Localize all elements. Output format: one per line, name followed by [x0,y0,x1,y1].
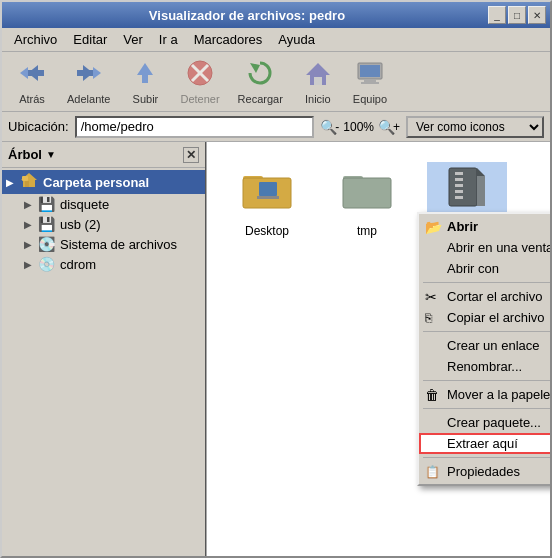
svg-rect-37 [455,190,463,193]
location-label: Ubicación: [8,119,69,134]
up-label: Subir [133,93,159,105]
ctx-crear-enlace[interactable]: Crear un enlace [419,335,550,356]
minimize-button[interactable]: _ [488,6,506,24]
home-icon [304,59,332,91]
sidebar-item-label-usb: usb (2) [60,217,100,232]
ctx-abrir[interactable]: 📂 Abrir [419,216,550,237]
svg-rect-22 [22,176,28,181]
svg-rect-34 [455,172,463,175]
up-button[interactable]: Subir [121,56,169,108]
window-controls: _ □ ✕ [488,6,546,24]
file-label-desktop: Desktop [245,224,289,238]
back-button[interactable]: Atrás [8,56,56,108]
svg-rect-33 [477,176,485,206]
forward-icon [73,59,105,91]
ctx-crear-paquete[interactable]: Crear paquete... [419,412,550,433]
tree-arrow-icon: ▼ [46,149,56,160]
folder-icon-tmp [341,166,393,220]
computer-icon [354,59,386,91]
svg-rect-36 [455,184,463,187]
computer-button[interactable]: Equipo [346,56,394,108]
cdrom-icon: 💿 [38,256,55,272]
sidebar-item-usb[interactable]: ▶ 💾 usb (2) [2,214,205,234]
separator-4 [423,408,550,409]
copiar-icon: ⎘ [425,311,432,325]
ctx-abrir-con[interactable]: Abrir con ▶ [419,258,550,279]
ctx-abrir-ventana[interactable]: Abrir en una ventana nueva [419,237,550,258]
zoom-controls: 🔍 - 100% 🔍 + [320,119,400,135]
separator-3 [423,380,550,381]
abrir-icon: 📂 [425,219,442,235]
close-button[interactable]: ✕ [528,6,546,24]
tree-expand-icon: ▶ [6,177,18,188]
svg-rect-19 [361,82,379,84]
svg-marker-7 [93,67,101,79]
menu-marcadores[interactable]: Marcadores [186,30,271,49]
ctx-copiar[interactable]: ⎘ Copiar el archivo [419,307,550,328]
stop-button[interactable]: Detener [173,56,226,108]
sidebar-item-disquete[interactable]: ▶ 💾 disquete [2,194,205,214]
main-window: Visualizador de archivos: pedro _ □ ✕ Ar… [0,0,552,558]
svg-rect-18 [364,79,376,82]
forward-label: Adelante [67,93,110,105]
tree-expand-icon: ▶ [24,239,36,250]
stop-icon [186,59,214,91]
separator-5 [423,457,550,458]
tree-label: Árbol [8,147,42,162]
location-input[interactable] [75,116,315,138]
ctx-renombrar[interactable]: Renombrar... [419,356,550,377]
view-mode-select[interactable]: Ver como iconosVer como listaVer como co… [406,116,544,138]
locationbar: Ubicación: 🔍 - 100% 🔍 + Ver como iconosV… [2,112,550,142]
papelera-icon: 🗑 [425,387,439,403]
main-content: Árbol ▼ ✕ ▶ Carpeta personal [2,142,550,556]
zoom-plus-icon: + [393,120,400,134]
zoom-minus-icon: - [335,120,339,134]
cortar-icon: ✂ [425,289,437,305]
separator-1 [423,282,550,283]
svg-marker-32 [477,168,485,176]
context-menu: 📂 Abrir Abrir en una ventana nueva Abrir… [417,212,550,486]
sidebar-item-cdrom[interactable]: ▶ 💿 cdrom [2,254,205,274]
ctx-propiedades[interactable]: 📋 Propiedades [419,461,550,482]
file-item-tmp[interactable]: tmp [327,162,407,242]
sidebar-item-label-cdrom: cdrom [60,257,96,272]
svg-rect-5 [83,70,93,76]
sidebar: Árbol ▼ ✕ ▶ Carpeta personal [2,142,207,556]
maximize-button[interactable]: □ [508,6,526,24]
toolbar: Atrás Adelante Subir [2,52,550,112]
svg-rect-17 [360,65,380,77]
sidebar-item-carpeta-personal[interactable]: ▶ Carpeta personal [2,170,205,194]
tree-expand-icon: ▶ [24,219,36,230]
menu-ir-a[interactable]: Ir a [151,30,186,49]
reload-button[interactable]: Recargar [231,56,290,108]
ctx-cortar[interactable]: ✂ Cortar el archivo [419,286,550,307]
ctx-extraer-aqui[interactable]: Extraer aquí [419,433,550,454]
svg-rect-9 [142,73,148,83]
sidebar-item-label-carpeta-personal: Carpeta personal [43,175,149,190]
file-item-desktop[interactable]: Desktop [227,162,307,242]
sidebar-close-button[interactable]: ✕ [183,147,199,163]
tree-expand-icon: ▶ [24,259,36,270]
sidebar-item-sistema-archivos[interactable]: ▶ 💽 Sistema de archivos [2,234,205,254]
propiedades-icon: 📋 [425,465,440,479]
back-label: Atrás [19,93,45,105]
stop-label: Detener [180,93,219,105]
zoom-level: 100% [343,120,374,134]
separator-2 [423,331,550,332]
menu-editar[interactable]: Editar [65,30,115,49]
svg-marker-13 [250,63,260,73]
menu-ayuda[interactable]: Ayuda [270,30,323,49]
svg-rect-26 [259,182,277,196]
back-icon [16,59,48,91]
menu-ver[interactable]: Ver [115,30,151,49]
forward-button[interactable]: Adelante [60,56,117,108]
file-area[interactable]: Desktop tmp [207,142,550,556]
svg-rect-6 [77,70,83,76]
home-button[interactable]: Inicio [294,56,342,108]
svg-rect-27 [257,196,279,199]
ctx-mover-papelera[interactable]: 🗑 Mover a la papelera [419,384,550,405]
svg-rect-35 [455,178,463,181]
svg-rect-1 [28,70,38,76]
svg-rect-15 [314,77,322,85]
menu-archivo[interactable]: Archivo [6,30,65,49]
